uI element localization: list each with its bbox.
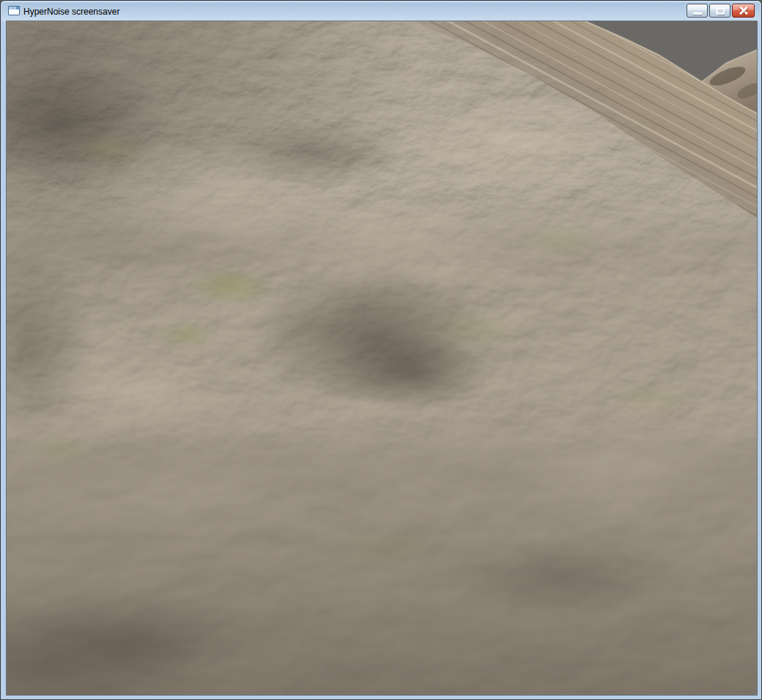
minimize-icon — [692, 12, 702, 15]
minimize-button[interactable] — [687, 4, 708, 18]
window-title: HyperNoise screensaver — [23, 6, 119, 18]
titlebar[interactable]: HyperNoise screensaver — [1, 1, 761, 21]
maximize-button[interactable] — [709, 4, 730, 18]
caption-buttons — [687, 4, 755, 18]
maximize-icon — [716, 7, 724, 14]
screensaver-viewport[interactable] — [7, 21, 757, 695]
close-button[interactable] — [732, 4, 755, 18]
hypernoise-window: HyperNoise screensaver — [0, 0, 762, 700]
application-window-icon[interactable] — [8, 6, 20, 15]
terrain-render — [7, 21, 757, 695]
